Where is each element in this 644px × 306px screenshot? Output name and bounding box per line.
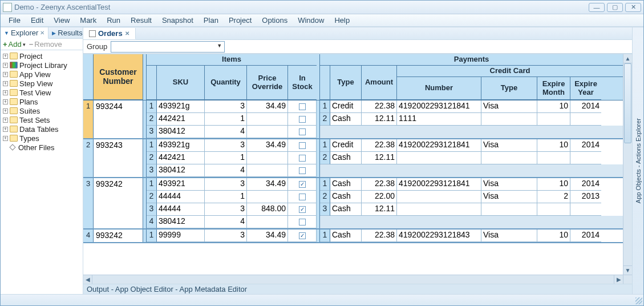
horizontal-scrollbar[interactable]: ◀ ▶ (83, 275, 623, 284)
payment-type-cell[interactable]: Credit (330, 139, 362, 152)
menu-mark[interactable]: Mark (75, 15, 101, 26)
customer-number-cell[interactable]: 993242 (94, 230, 143, 242)
expire-year-cell[interactable]: 2014 (570, 139, 601, 152)
quantity-cell[interactable]: 3 (205, 230, 247, 242)
expire-year-cell[interactable]: 2014 (570, 178, 601, 191)
expire-year-cell[interactable] (570, 152, 601, 164)
header-sku[interactable]: SKU (157, 66, 205, 100)
payment-rownum[interactable]: 1 (320, 230, 330, 242)
sku-cell[interactable]: 44444 (157, 191, 205, 203)
price-override-cell[interactable]: 34.49 (247, 230, 288, 242)
price-override-cell[interactable] (247, 152, 288, 164)
sku-cell[interactable]: 380412 (157, 126, 205, 138)
price-override-cell[interactable] (247, 216, 288, 228)
payment-rownum[interactable]: 2 (320, 191, 330, 203)
menu-file[interactable]: File (4, 15, 25, 26)
maximize-button[interactable]: ▢ (607, 3, 623, 12)
menu-project[interactable]: Project (224, 15, 256, 26)
price-override-cell[interactable]: 34.49 (247, 100, 288, 113)
checkbox[interactable]: ✓ (299, 206, 306, 213)
minimize-button[interactable]: — (589, 3, 605, 12)
header-cc-type[interactable]: Type (481, 77, 537, 100)
quantity-cell[interactable]: 1 (205, 113, 247, 126)
expire-month-cell[interactable]: 2 (537, 191, 570, 203)
header-payments[interactable]: Payments (320, 54, 623, 66)
tree-node[interactable]: +Project (3, 51, 80, 61)
customer-number-cell[interactable]: 993244 (94, 100, 143, 138)
sku-cell[interactable]: 493921g (157, 139, 205, 152)
header-rownum[interactable] (83, 54, 94, 100)
item-rownum[interactable]: 1 (147, 178, 157, 191)
expand-icon[interactable]: + (3, 72, 8, 77)
in-stock-cell[interactable] (288, 152, 317, 164)
checkbox[interactable] (299, 116, 306, 123)
checkbox[interactable] (299, 155, 306, 162)
price-override-cell[interactable] (247, 164, 288, 177)
in-stock-cell[interactable] (288, 216, 317, 228)
expand-icon[interactable]: + (3, 63, 8, 68)
tab-orders[interactable]: Orders ✕ (83, 28, 136, 39)
scroll-left-icon[interactable]: ◀ (83, 275, 92, 284)
checkbox[interactable] (299, 219, 306, 226)
close-button[interactable]: ✕ (625, 3, 641, 12)
cc-type-cell[interactable]: Visa (481, 100, 537, 113)
cc-type-cell[interactable] (481, 152, 537, 164)
payment-rownum[interactable]: 2 (320, 113, 330, 126)
cc-type-cell[interactable]: Visa (481, 230, 537, 242)
payment-rownum[interactable]: 2 (320, 152, 330, 164)
tree-node[interactable]: +Types (3, 134, 80, 143)
tree-node[interactable]: +Test View (3, 88, 80, 97)
quantity-cell[interactable]: 1 (205, 191, 247, 203)
amount-cell[interactable]: 22.38 (362, 100, 397, 113)
expand-icon[interactable]: + (3, 136, 8, 141)
header-payment-type[interactable]: Type (330, 66, 362, 100)
expire-month-cell[interactable] (537, 113, 570, 126)
payment-rownum[interactable]: 1 (320, 139, 330, 152)
payment-rownum[interactable]: 1 (320, 178, 330, 191)
item-rownum[interactable]: 3 (147, 164, 157, 177)
quantity-cell[interactable]: 3 (205, 139, 247, 152)
quantity-cell[interactable]: 1 (205, 152, 247, 164)
cc-type-cell[interactable]: Visa (481, 139, 537, 152)
item-rownum[interactable]: 1 (147, 100, 157, 113)
expand-icon[interactable]: + (3, 99, 8, 104)
expire-month-cell[interactable]: 10 (537, 178, 570, 191)
expand-icon[interactable]: + (3, 90, 8, 95)
payment-rownum[interactable]: 1 (320, 100, 330, 113)
menu-help[interactable]: Help (330, 15, 354, 26)
header-items[interactable]: Items (147, 54, 317, 66)
header-in-stock[interactable]: In Stock (288, 66, 317, 100)
add-button[interactable]: +Add▾ (3, 40, 26, 49)
expire-month-cell[interactable]: 10 (537, 230, 570, 242)
checkbox[interactable] (299, 128, 306, 135)
amount-cell[interactable]: 22.38 (362, 230, 397, 242)
vertical-scrollbar[interactable]: ▲ ▼ (623, 54, 632, 275)
cc-number-cell[interactable] (397, 203, 481, 216)
item-rownum[interactable]: 2 (147, 191, 157, 203)
tree-node[interactable]: +App View (3, 70, 80, 79)
payment-type-cell[interactable]: Cash (330, 191, 362, 203)
item-rownum[interactable]: 4 (147, 216, 157, 228)
scroll-right-icon[interactable]: ▶ (614, 275, 623, 284)
price-override-cell[interactable]: 848.00 (247, 203, 288, 216)
in-stock-cell[interactable]: ✓ (288, 178, 317, 191)
checkbox[interactable] (299, 167, 306, 174)
amount-cell[interactable]: 22.00 (362, 191, 397, 203)
in-stock-cell[interactable]: ✓ (288, 203, 317, 216)
payment-type-cell[interactable]: Cash (330, 113, 362, 126)
menu-window[interactable]: Window (293, 15, 329, 26)
quantity-cell[interactable]: 3 (205, 100, 247, 113)
expire-year-cell[interactable]: 2014 (570, 230, 601, 242)
row-number[interactable]: 1 (83, 100, 94, 138)
cc-number-cell[interactable]: 4192002293121841 (397, 139, 481, 152)
price-override-cell[interactable] (247, 113, 288, 126)
titlebar[interactable]: Demo - Zeenyx AscentialTest — ▢ ✕ (1, 1, 643, 14)
close-icon[interactable]: ✕ (40, 30, 44, 36)
expand-icon[interactable]: + (3, 118, 8, 123)
header-quantity[interactable]: Quantity (205, 66, 247, 100)
right-panel[interactable]: App Objects - Actions Explorer (632, 27, 643, 294)
cc-type-cell[interactable]: Visa (481, 191, 537, 203)
cc-type-cell[interactable] (481, 113, 537, 126)
scroll-up-icon[interactable]: ▲ (623, 54, 632, 63)
expire-year-cell[interactable] (570, 203, 601, 216)
